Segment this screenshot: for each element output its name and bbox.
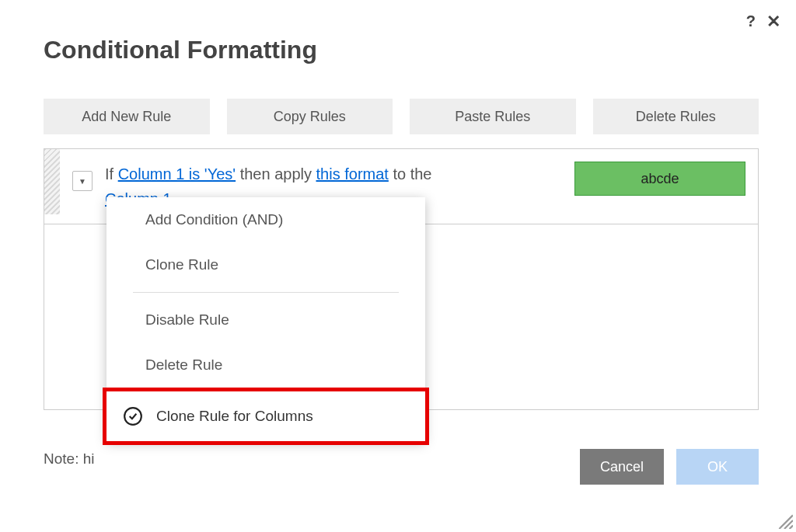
menu-clone-rule-for-columns[interactable]: Clone Rule for Columns bbox=[103, 388, 429, 445]
rule-prefix: If bbox=[105, 165, 118, 183]
rule-mid1: then apply bbox=[236, 165, 316, 183]
rule-condition-link[interactable]: Column 1 is 'Yes' bbox=[118, 165, 236, 183]
resize-grip[interactable] bbox=[776, 512, 793, 529]
caret-down-icon: ▼ bbox=[79, 177, 86, 186]
rule-context-menu: Add Condition (AND) Clone Rule Disable R… bbox=[106, 197, 425, 441]
copy-rules-button[interactable]: Copy Rules bbox=[227, 99, 393, 134]
cancel-button[interactable]: Cancel bbox=[580, 449, 664, 485]
ok-button[interactable]: OK bbox=[676, 449, 759, 485]
menu-delete-rule[interactable]: Delete Rule bbox=[106, 342, 425, 388]
drag-handle[interactable] bbox=[44, 149, 60, 214]
rule-format-link[interactable]: this format bbox=[316, 165, 389, 183]
clone-columns-icon bbox=[122, 405, 144, 427]
menu-clone-rule[interactable]: Clone Rule bbox=[106, 242, 425, 287]
menu-clone-columns-label: Clone Rule for Columns bbox=[156, 408, 313, 425]
rule-mid2: to the bbox=[389, 165, 432, 183]
menu-separator bbox=[133, 292, 399, 293]
footer-buttons: Cancel OK bbox=[580, 449, 759, 485]
menu-disable-rule[interactable]: Disable Rule bbox=[106, 297, 425, 342]
paste-rules-button[interactable]: Paste Rules bbox=[410, 99, 576, 134]
close-icon[interactable]: ✕ bbox=[766, 13, 780, 30]
toolbar: Add New Rule Copy Rules Paste Rules Dele… bbox=[44, 99, 759, 134]
rule-menu-toggle[interactable]: ▼ bbox=[72, 171, 93, 191]
format-preview[interactable]: abcde bbox=[574, 162, 745, 196]
rules-container: ▼ If Column 1 is 'Yes' then apply this f… bbox=[44, 148, 759, 410]
conditional-formatting-dialog: Conditional Formatting Add New Rule Copy… bbox=[44, 36, 759, 410]
dialog-title: Conditional Formatting bbox=[44, 36, 759, 64]
svg-point-0 bbox=[124, 408, 141, 425]
menu-add-condition[interactable]: Add Condition (AND) bbox=[106, 197, 425, 242]
help-icon[interactable]: ? bbox=[746, 12, 756, 30]
add-new-rule-button[interactable]: Add New Rule bbox=[44, 99, 210, 134]
delete-rules-button[interactable]: Delete Rules bbox=[593, 99, 759, 134]
svg-line-3 bbox=[790, 526, 793, 529]
note-text: Note: hi bbox=[44, 450, 94, 468]
